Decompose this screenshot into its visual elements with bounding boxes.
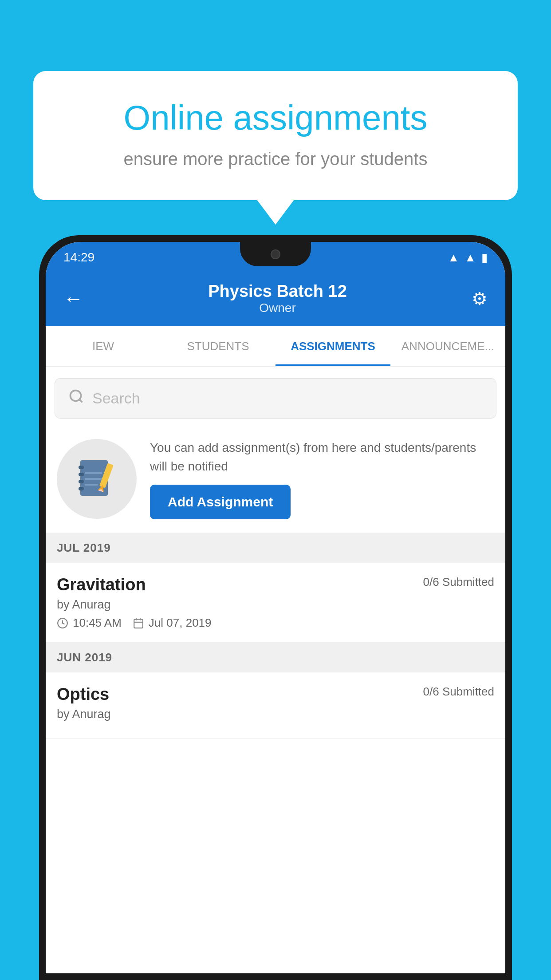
settings-button[interactable]: ⚙ <box>472 288 488 309</box>
svg-rect-4 <box>79 473 84 476</box>
add-assignment-button[interactable]: Add Assignment <box>150 485 291 519</box>
assignment-top: Gravitation 0/6 Submitted <box>57 575 494 594</box>
tab-announcements[interactable]: ANNOUNCEME... <box>390 326 505 366</box>
month-header-jul: JUL 2019 <box>46 533 505 563</box>
svg-line-1 <box>79 399 83 403</box>
calendar-icon <box>133 617 144 629</box>
svg-rect-14 <box>134 619 143 628</box>
promo-description: You can add assignment(s) from here and … <box>150 439 494 476</box>
speech-bubble: Online assignments ensure more practice … <box>33 71 518 200</box>
svg-rect-5 <box>79 480 84 483</box>
assignment-submitted: 0/6 Submitted <box>423 575 494 589</box>
notch <box>240 242 311 266</box>
svg-rect-3 <box>79 466 84 469</box>
camera-dot <box>271 249 280 259</box>
assignment-time: 10:45 AM <box>73 616 122 630</box>
tab-iew[interactable]: IEW <box>46 326 161 366</box>
back-button[interactable]: ← <box>63 287 83 310</box>
promo-icon-circle <box>57 439 137 519</box>
svg-rect-8 <box>85 478 102 480</box>
header-title: Physics Batch 12 <box>208 282 347 301</box>
assignment-title-optics: Optics <box>57 685 109 704</box>
phone-device: 14:29 ▲ ▲ ▮ ← Physics Batch 12 <box>39 235 512 980</box>
search-bar[interactable]: Search <box>55 378 496 419</box>
header-center: Physics Batch 12 Owner <box>208 282 347 315</box>
assignment-item-optics[interactable]: Optics 0/6 Submitted by Anurag <box>46 672 505 739</box>
status-bar: 14:29 ▲ ▲ ▮ <box>46 242 505 273</box>
assignment-meta: 10:45 AM Jul 07, 2019 <box>57 616 494 630</box>
speech-bubble-subtitle: ensure more practice for your students <box>64 149 487 169</box>
assignment-title: Gravitation <box>57 575 146 594</box>
search-icon <box>68 388 84 408</box>
svg-rect-9 <box>85 484 98 486</box>
phone-inner: 14:29 ▲ ▲ ▮ ← Physics Batch 12 <box>46 242 505 973</box>
wifi-icon: ▲ <box>448 251 460 265</box>
assignment-author: by Anurag <box>57 598 494 612</box>
speech-bubble-container: Online assignments ensure more practice … <box>33 71 518 200</box>
assignment-submitted-optics: 0/6 Submitted <box>423 685 494 699</box>
status-time: 14:29 <box>63 250 94 265</box>
app-header: ← Physics Batch 12 Owner ⚙ <box>46 273 505 326</box>
speech-bubble-title: Online assignments <box>64 98 487 138</box>
tabs-bar: IEW STUDENTS ASSIGNMENTS ANNOUNCEME... <box>46 326 505 367</box>
phone-screen: 14:29 ▲ ▲ ▮ ← Physics Batch 12 <box>46 242 505 973</box>
notebook-icon <box>77 457 117 501</box>
promo-section: You can add assignment(s) from here and … <box>46 430 505 533</box>
header-subtitle: Owner <box>208 301 347 315</box>
assignment-item-gravitation[interactable]: Gravitation 0/6 Submitted by Anurag 10:4… <box>46 563 505 643</box>
tab-assignments[interactable]: ASSIGNMENTS <box>276 326 390 366</box>
assignment-top-optics: Optics 0/6 Submitted <box>57 685 494 704</box>
assignment-date: Jul 07, 2019 <box>149 616 212 630</box>
svg-point-0 <box>71 391 81 401</box>
content-area: Search <box>46 367 505 973</box>
battery-icon: ▮ <box>481 251 488 265</box>
date-meta: Jul 07, 2019 <box>133 616 212 630</box>
promo-text: You can add assignment(s) from here and … <box>150 439 494 519</box>
signal-icon: ▲ <box>464 251 476 265</box>
clock-icon <box>57 617 68 629</box>
assignment-author-optics: by Anurag <box>57 707 494 721</box>
month-header-jun: JUN 2019 <box>46 643 505 672</box>
svg-rect-6 <box>79 487 84 490</box>
time-meta: 10:45 AM <box>57 616 122 630</box>
tab-students[interactable]: STUDENTS <box>161 326 276 366</box>
svg-rect-7 <box>85 472 102 474</box>
search-placeholder: Search <box>92 390 140 407</box>
status-icons: ▲ ▲ ▮ <box>448 251 488 265</box>
